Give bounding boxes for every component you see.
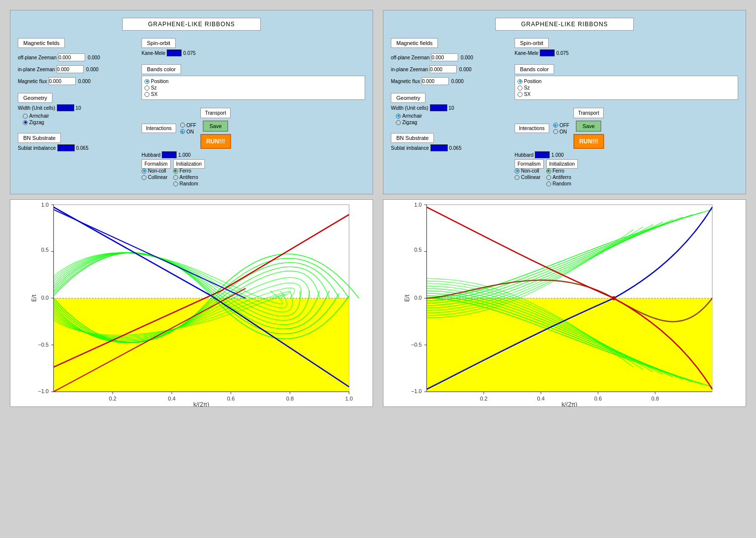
svg-text:0.6: 0.6 bbox=[594, 396, 602, 402]
left-random-radio[interactable] bbox=[173, 181, 178, 186]
right-off-plane-input[interactable] bbox=[431, 53, 458, 61]
right-magnetic-fields-header: Magnetic fields bbox=[391, 38, 510, 48]
right-magnetic-flux-label: Magnetic flux bbox=[391, 79, 420, 84]
right-position-item[interactable]: Position bbox=[518, 79, 735, 84]
right-collinear-radio[interactable] bbox=[515, 175, 520, 180]
right-width-value: 10 bbox=[449, 105, 454, 111]
right-antiferro-label: Antiferro bbox=[553, 175, 571, 180]
left-sx-radio[interactable] bbox=[144, 92, 149, 97]
right-collinear-item[interactable]: Collinear bbox=[515, 175, 544, 180]
right-armchair-item[interactable]: Armchair bbox=[396, 113, 510, 119]
right-collinear-label: Collinear bbox=[521, 175, 540, 180]
right-off-radio[interactable] bbox=[553, 123, 558, 128]
right-sz-item[interactable]: Sz bbox=[518, 85, 735, 90]
left-noncoll-radio[interactable] bbox=[142, 169, 146, 174]
left-armchair-item[interactable]: Armchair bbox=[23, 113, 137, 119]
right-off-plane-value: 0.000 bbox=[461, 55, 473, 60]
right-spinorbit-label: Spin-orbit bbox=[515, 38, 549, 48]
right-off-item[interactable]: OFF bbox=[553, 123, 569, 128]
right-ferro-radio[interactable] bbox=[546, 169, 551, 174]
right-position-radio[interactable] bbox=[518, 79, 522, 84]
right-run-button[interactable]: RUN!!! bbox=[573, 134, 604, 149]
left-antiferro-item[interactable]: Antiferro bbox=[173, 175, 205, 180]
right-magnetic-flux-input[interactable] bbox=[422, 77, 449, 85]
left-sx-label: SX bbox=[151, 91, 157, 97]
right-noncoll-label: Non-coll bbox=[521, 168, 539, 174]
left-position-radio[interactable] bbox=[144, 79, 149, 84]
right-magnetic-fields-label: Magnetic fields bbox=[391, 38, 438, 48]
left-collinear-item[interactable]: Collinear bbox=[142, 175, 171, 180]
left-panel: GRAPHENE-LIKE RIBBONS Magnetic fields of… bbox=[10, 10, 373, 194]
left-transport-button[interactable]: Transport bbox=[200, 108, 230, 118]
left-on-radio[interactable] bbox=[180, 129, 185, 134]
right-antiferro-item[interactable]: Antiferro bbox=[546, 175, 578, 180]
left-armchair-radio[interactable] bbox=[23, 114, 28, 119]
svg-text:0.8: 0.8 bbox=[286, 396, 293, 402]
right-sx-radio[interactable] bbox=[518, 92, 522, 97]
left-off-plane-input[interactable] bbox=[58, 53, 85, 61]
svg-text:0.8: 0.8 bbox=[652, 396, 659, 402]
left-random-item[interactable]: Random bbox=[173, 181, 205, 186]
right-armchair-radio[interactable] bbox=[396, 114, 401, 119]
left-sz-item[interactable]: Sz bbox=[144, 85, 362, 90]
svg-text:−1.0: −1.0 bbox=[411, 388, 422, 394]
left-sublat-blue-box bbox=[57, 144, 75, 151]
left-collinear-radio[interactable] bbox=[142, 175, 146, 180]
left-collinear-label: Collinear bbox=[148, 175, 167, 180]
right-random-radio[interactable] bbox=[546, 181, 551, 186]
right-random-item[interactable]: Random bbox=[546, 181, 578, 186]
right-panel-inner: Magnetic fields off-plane Zeeman 0.000 i… bbox=[391, 38, 738, 186]
left-run-button[interactable]: RUN!!! bbox=[200, 134, 231, 149]
right-in-plane-input[interactable] bbox=[429, 65, 457, 73]
right-zigzag-radio[interactable] bbox=[396, 120, 401, 125]
right-edge-type-group: Armchair Zigzag bbox=[396, 113, 510, 125]
left-hubbard-row: Hubbard 1.000 bbox=[142, 151, 365, 158]
right-formalism-col: Formalism Non-coll Collinear bbox=[515, 161, 544, 186]
left-magnetic-flux-input[interactable] bbox=[48, 77, 76, 85]
right-save-button[interactable]: Save bbox=[576, 121, 601, 132]
right-on-radio[interactable] bbox=[553, 129, 558, 134]
left-bands-color-label: Bands color bbox=[142, 64, 181, 74]
left-width-label: Width (Unit cells) bbox=[18, 105, 55, 111]
right-on-item[interactable]: ON bbox=[553, 129, 569, 134]
main-container: GRAPHENE-LIKE RIBBONS Magnetic fields of… bbox=[10, 10, 746, 407]
left-sx-item[interactable]: SX bbox=[144, 91, 362, 97]
left-antiferro-radio[interactable] bbox=[173, 175, 178, 180]
left-ferro-radio[interactable] bbox=[173, 169, 178, 174]
svg-rect-34 bbox=[426, 298, 712, 392]
right-in-plane-label: in-plane Zeeman bbox=[391, 67, 428, 72]
left-edge-type-group: Armchair Zigzag bbox=[23, 113, 137, 125]
left-interactions-section: Interactions OFF ON bbox=[142, 108, 365, 186]
right-zigzag-item[interactable]: Zigzag bbox=[396, 120, 510, 125]
left-interactions-row: Interactions OFF ON bbox=[142, 108, 365, 149]
right-noncoll-item[interactable]: Non-coll bbox=[515, 168, 544, 174]
left-off-item[interactable]: OFF bbox=[180, 123, 196, 128]
left-onoff-group: OFF ON bbox=[180, 123, 196, 134]
left-ferro-item[interactable]: Ferro bbox=[173, 168, 205, 174]
left-sz-radio[interactable] bbox=[144, 86, 149, 90]
right-formalism-group: Non-coll Collinear bbox=[515, 168, 544, 180]
left-zigzag-radio[interactable] bbox=[23, 120, 28, 125]
svg-text:0.4: 0.4 bbox=[168, 396, 176, 402]
right-ferro-item[interactable]: Ferro bbox=[546, 168, 578, 174]
left-on-item[interactable]: ON bbox=[180, 129, 196, 134]
right-noncoll-radio[interactable] bbox=[515, 169, 520, 174]
left-position-item[interactable]: Position bbox=[144, 79, 362, 84]
left-noncoll-item[interactable]: Non-coll bbox=[142, 168, 171, 174]
right-panel-title: GRAPHENE-LIKE RIBBONS bbox=[495, 18, 634, 31]
left-save-button[interactable]: Save bbox=[203, 121, 228, 132]
right-antiferro-radio[interactable] bbox=[546, 175, 551, 180]
left-sublat-row: Sublat imbalance 0.065 bbox=[18, 144, 137, 151]
left-off-radio[interactable] bbox=[180, 123, 185, 128]
left-init-label: Initialization bbox=[173, 159, 205, 169]
left-zigzag-item[interactable]: Zigzag bbox=[23, 120, 137, 125]
left-formalism-init-row: Formalism Non-coll Collinear bbox=[142, 161, 365, 186]
right-sz-radio[interactable] bbox=[518, 86, 522, 90]
left-off-plane-row: off-plane Zeeman 0.000 bbox=[18, 53, 137, 61]
left-armchair-label: Armchair bbox=[29, 113, 49, 119]
right-sx-item[interactable]: SX bbox=[518, 91, 735, 97]
right-kanemele-blue-box bbox=[540, 49, 555, 56]
left-in-plane-input[interactable] bbox=[56, 65, 84, 73]
right-off-plane-label: off-plane Zeeman bbox=[391, 55, 429, 60]
right-transport-button[interactable]: Transport bbox=[573, 108, 603, 118]
